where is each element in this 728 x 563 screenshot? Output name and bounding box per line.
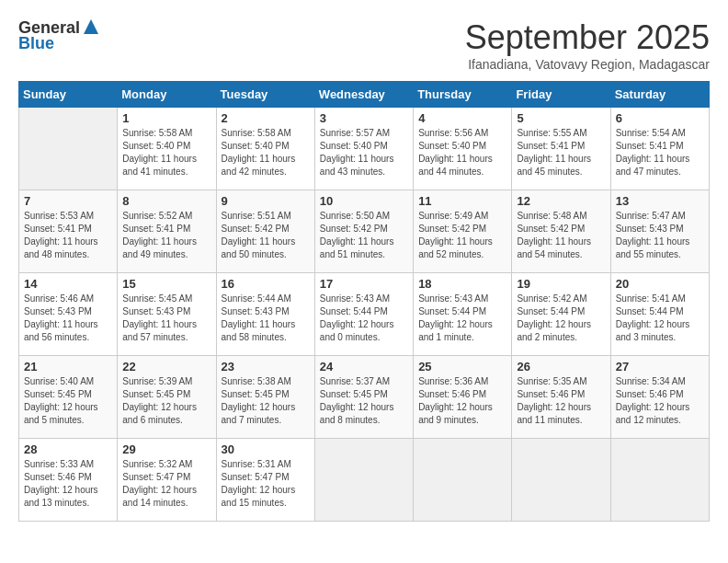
calendar-cell: 26Sunrise: 5:35 AM Sunset: 5:46 PM Dayli… (512, 356, 610, 439)
calendar-cell: 30Sunrise: 5:31 AM Sunset: 5:47 PM Dayli… (216, 439, 314, 522)
day-number: 8 (122, 194, 210, 208)
day-number: 4 (418, 111, 506, 125)
day-number: 10 (320, 194, 408, 208)
day-info: Sunrise: 5:38 AM Sunset: 5:45 PM Dayligh… (222, 375, 310, 427)
calendar-cell: 3Sunrise: 5:57 AM Sunset: 5:40 PM Daylig… (314, 108, 413, 190)
calendar-table: SundayMondayTuesdayWednesdayThursdayFrid… (18, 81, 710, 522)
day-number: 23 (222, 360, 310, 373)
header-monday: Monday (118, 82, 216, 108)
day-number: 11 (418, 194, 506, 208)
day-info: Sunrise: 5:52 AM Sunset: 5:41 PM Dayligh… (122, 210, 210, 261)
day-info: Sunrise: 5:58 AM Sunset: 5:40 PM Dayligh… (222, 127, 310, 178)
day-info: Sunrise: 5:53 AM Sunset: 5:41 PM Dayligh… (24, 210, 112, 261)
calendar-cell: 25Sunrise: 5:36 AM Sunset: 5:46 PM Dayli… (414, 356, 512, 439)
calendar-cell: 5Sunrise: 5:55 AM Sunset: 5:41 PM Daylig… (512, 108, 610, 190)
day-number: 9 (222, 194, 310, 208)
calendar-cell: 6Sunrise: 5:54 AM Sunset: 5:41 PM Daylig… (610, 108, 709, 190)
day-info: Sunrise: 5:47 AM Sunset: 5:43 PM Dayligh… (616, 210, 704, 261)
calendar-cell: 21Sunrise: 5:40 AM Sunset: 5:45 PM Dayli… (19, 356, 118, 439)
calendar-cell: 15Sunrise: 5:45 AM Sunset: 5:43 PM Dayli… (118, 273, 216, 356)
calendar-cell: 9Sunrise: 5:51 AM Sunset: 5:42 PM Daylig… (216, 190, 314, 273)
logo: General Blue (18, 18, 100, 53)
header-wednesday: Wednesday (314, 82, 413, 108)
calendar-cell (314, 439, 413, 522)
calendar-cell: 24Sunrise: 5:37 AM Sunset: 5:45 PM Dayli… (314, 356, 413, 439)
days-header-row: SundayMondayTuesdayWednesdayThursdayFrid… (19, 82, 710, 108)
day-info: Sunrise: 5:44 AM Sunset: 5:43 PM Dayligh… (222, 293, 310, 344)
day-number: 22 (122, 360, 210, 373)
week-row-3: 14Sunrise: 5:46 AM Sunset: 5:43 PM Dayli… (19, 273, 710, 356)
day-info: Sunrise: 5:55 AM Sunset: 5:41 PM Dayligh… (517, 127, 605, 178)
calendar-cell: 11Sunrise: 5:49 AM Sunset: 5:42 PM Dayli… (414, 190, 512, 273)
day-number: 12 (517, 194, 605, 208)
calendar-cell: 19Sunrise: 5:42 AM Sunset: 5:44 PM Dayli… (512, 273, 610, 356)
calendar-cell (610, 439, 709, 522)
logo-blue-text: Blue (18, 34, 54, 53)
day-number: 26 (517, 360, 605, 373)
calendar-cell: 17Sunrise: 5:43 AM Sunset: 5:44 PM Dayli… (314, 273, 413, 356)
day-info: Sunrise: 5:33 AM Sunset: 5:46 PM Dayligh… (24, 458, 112, 510)
day-number: 28 (24, 442, 112, 456)
header-saturday: Saturday (610, 82, 709, 108)
day-info: Sunrise: 5:32 AM Sunset: 5:47 PM Dayligh… (122, 458, 210, 510)
calendar-cell: 2Sunrise: 5:58 AM Sunset: 5:40 PM Daylig… (216, 108, 314, 190)
calendar-cell: 22Sunrise: 5:39 AM Sunset: 5:45 PM Dayli… (118, 356, 216, 439)
day-info: Sunrise: 5:45 AM Sunset: 5:43 PM Dayligh… (122, 293, 210, 344)
week-row-5: 28Sunrise: 5:33 AM Sunset: 5:46 PM Dayli… (19, 439, 710, 522)
day-number: 6 (616, 111, 704, 125)
day-number: 29 (122, 442, 210, 456)
day-number: 1 (122, 111, 210, 125)
day-info: Sunrise: 5:39 AM Sunset: 5:45 PM Dayligh… (122, 375, 210, 427)
day-number: 24 (320, 360, 408, 373)
svg-marker-0 (84, 19, 98, 34)
day-number: 7 (24, 194, 112, 208)
location-subtitle: Ifanadiana, Vatovavy Region, Madagascar (465, 57, 710, 72)
header-tuesday: Tuesday (216, 82, 314, 108)
week-row-2: 7Sunrise: 5:53 AM Sunset: 5:41 PM Daylig… (19, 190, 710, 273)
header-sunday: Sunday (19, 82, 118, 108)
day-info: Sunrise: 5:51 AM Sunset: 5:42 PM Dayligh… (222, 210, 310, 261)
day-info: Sunrise: 5:40 AM Sunset: 5:45 PM Dayligh… (24, 375, 112, 427)
calendar-cell: 20Sunrise: 5:41 AM Sunset: 5:44 PM Dayli… (610, 273, 709, 356)
calendar-cell: 10Sunrise: 5:50 AM Sunset: 5:42 PM Dayli… (314, 190, 413, 273)
day-number: 16 (222, 277, 310, 291)
calendar-cell: 23Sunrise: 5:38 AM Sunset: 5:45 PM Dayli… (216, 356, 314, 439)
day-info: Sunrise: 5:31 AM Sunset: 5:47 PM Dayligh… (222, 458, 310, 510)
header-friday: Friday (512, 82, 610, 108)
day-number: 14 (24, 277, 112, 291)
week-row-1: 1Sunrise: 5:58 AM Sunset: 5:40 PM Daylig… (19, 108, 710, 190)
day-number: 27 (616, 360, 704, 373)
day-number: 3 (320, 111, 408, 125)
day-number: 21 (24, 360, 112, 373)
day-info: Sunrise: 5:58 AM Sunset: 5:40 PM Dayligh… (122, 127, 210, 178)
day-number: 15 (122, 277, 210, 291)
calendar-cell: 12Sunrise: 5:48 AM Sunset: 5:42 PM Dayli… (512, 190, 610, 273)
day-info: Sunrise: 5:50 AM Sunset: 5:42 PM Dayligh… (320, 210, 408, 261)
calendar-cell: 18Sunrise: 5:43 AM Sunset: 5:44 PM Dayli… (414, 273, 512, 356)
day-number: 17 (320, 277, 408, 291)
day-info: Sunrise: 5:37 AM Sunset: 5:45 PM Dayligh… (320, 375, 408, 427)
calendar-cell (414, 439, 512, 522)
day-info: Sunrise: 5:36 AM Sunset: 5:46 PM Dayligh… (418, 375, 506, 427)
day-info: Sunrise: 5:49 AM Sunset: 5:42 PM Dayligh… (418, 210, 506, 261)
day-number: 25 (418, 360, 506, 373)
calendar-cell: 8Sunrise: 5:52 AM Sunset: 5:41 PM Daylig… (118, 190, 216, 273)
calendar-cell: 28Sunrise: 5:33 AM Sunset: 5:46 PM Dayli… (19, 439, 118, 522)
day-info: Sunrise: 5:42 AM Sunset: 5:44 PM Dayligh… (517, 293, 605, 344)
day-info: Sunrise: 5:48 AM Sunset: 5:42 PM Dayligh… (517, 210, 605, 261)
logo-icon (82, 17, 100, 36)
day-info: Sunrise: 5:35 AM Sunset: 5:46 PM Dayligh… (517, 375, 605, 427)
calendar-cell: 4Sunrise: 5:56 AM Sunset: 5:40 PM Daylig… (414, 108, 512, 190)
day-info: Sunrise: 5:46 AM Sunset: 5:43 PM Dayligh… (24, 293, 112, 344)
calendar-cell (512, 439, 610, 522)
calendar-cell (19, 108, 118, 190)
calendar-cell: 13Sunrise: 5:47 AM Sunset: 5:43 PM Dayli… (610, 190, 709, 273)
day-info: Sunrise: 5:57 AM Sunset: 5:40 PM Dayligh… (320, 127, 408, 178)
day-number: 2 (222, 111, 310, 125)
day-info: Sunrise: 5:34 AM Sunset: 5:46 PM Dayligh… (616, 375, 704, 427)
calendar-cell: 1Sunrise: 5:58 AM Sunset: 5:40 PM Daylig… (118, 108, 216, 190)
calendar-cell: 27Sunrise: 5:34 AM Sunset: 5:46 PM Dayli… (610, 356, 709, 439)
day-number: 30 (222, 442, 310, 456)
day-info: Sunrise: 5:43 AM Sunset: 5:44 PM Dayligh… (418, 293, 506, 344)
day-number: 20 (616, 277, 704, 291)
